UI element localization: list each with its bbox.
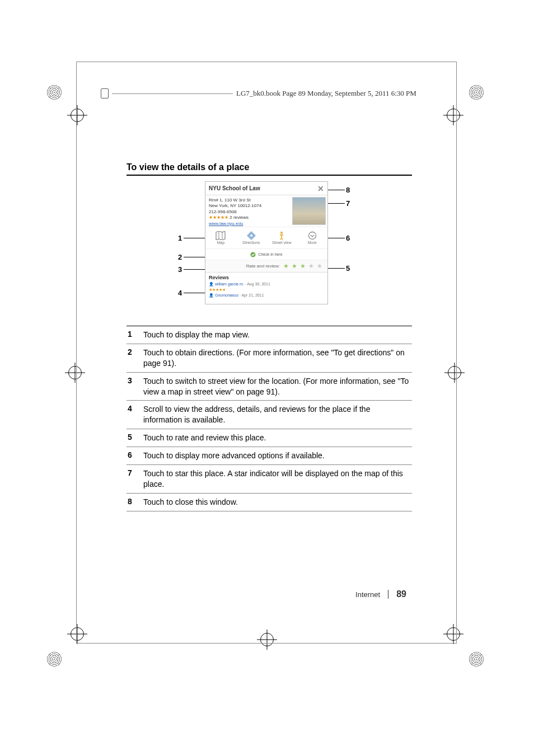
map-label: Map [217,241,224,245]
callout-4: 4 [178,289,182,297]
svg-point-2 [251,252,256,257]
section-title: To view the details of a place [127,162,412,176]
callout-1: 1 [178,234,182,242]
streetview-button[interactable]: Street view [266,227,297,248]
rate-review-row[interactable]: Rate and review: ★ ★ ★ ★ ★ [205,260,327,273]
checkin-row[interactable]: Check in here [205,249,327,260]
table-row: 1 Touch to display the map view. [127,326,412,344]
callout-7: 7 [346,199,350,208]
place-info: Rm# 1, 110 W 3rd St New York, NY 10012-1… [205,195,291,227]
address-line: Rm# 1, 110 W 3rd St [209,198,287,203]
map-button[interactable]: Map [205,227,236,248]
running-header: LG7_bk0.book Page 89 Monday, September 5… [101,88,416,98]
callout-line [184,293,206,293]
row-number: 5 [128,433,143,443]
svg-point-1 [308,232,316,240]
review-date: Aug 30, 2011 [247,282,270,286]
row-number: 4 [128,404,143,425]
page-number: 89 [396,589,406,599]
row-number: 8 [128,497,143,508]
directions-button[interactable]: Directions [236,227,267,248]
streetview-icon [278,231,285,240]
table-row: 2 Touch to obtain directions. (For more … [127,344,412,373]
page-footer: Internet 89 [355,589,406,599]
callout-6: 6 [346,234,350,242]
review-stars-icon: ★★★★★ [209,288,226,292]
row-number: 6 [128,450,143,461]
review-user: william garcia m. [215,282,244,286]
row-number: 7 [128,468,143,490]
footer-separator [388,590,388,599]
registration-mark [47,652,62,666]
table-row: 3 Touch to switch to street view for the… [127,373,412,401]
table-row: 6 Touch to display more advanced options… [127,447,412,465]
place-details-figure: 1 2 3 4 8 7 6 5 NYU School of Law ✕ Rm# … [127,181,412,310]
row-text: Touch to star this place. A star indicat… [143,468,411,490]
reviews-section: Reviews 👤 william garcia m. · Aug 30, 20… [205,273,327,300]
row-text: Touch to display more advanced options i… [143,450,411,461]
row-text: Touch to rate and review this place. [143,433,411,443]
row-text: Scroll to view the address, details, and… [143,404,411,425]
table-row: 8 Touch to close this window. [127,494,412,511]
callout-8: 8 [346,186,350,194]
review-count: 2 reviews [229,215,249,220]
callout-5: 5 [346,264,350,273]
streetview-label: Street view [272,241,292,245]
review-date: Apr 21, 2011 [241,293,264,297]
more-label: More [308,241,317,245]
checkin-icon [250,252,256,257]
callout-description-table: 1 Touch to display the map view. 2 Touch… [127,326,412,511]
row-text: Touch to close this window. [143,497,411,508]
book-icon [101,88,109,98]
rate-stars-icon[interactable]: ★ ★ ★ ★ ★ [283,262,323,270]
footer-section: Internet [355,590,380,599]
registration-mark [47,85,62,100]
row-number: 2 [128,348,143,369]
more-icon [308,231,317,240]
callout-3: 3 [178,265,182,274]
registration-mark [469,652,484,666]
svg-point-0 [280,232,283,234]
map-icon [216,231,226,240]
callout-2: 2 [178,253,182,261]
place-photo [292,197,326,225]
registration-mark [469,85,484,100]
row-text: Touch to switch to street view for the l… [143,376,411,397]
row-text: Touch to display the map view. [143,330,411,340]
table-row: 7 Touch to star this place. A star indic… [127,465,412,494]
table-row: 5 Touch to rate and review this place. [127,429,412,447]
row-number: 1 [128,330,143,340]
star-rating-icon: ★★★★★ [209,215,228,220]
more-button[interactable]: More [297,227,328,248]
row-number: 3 [128,376,143,397]
review-user: Gnomonaeus [215,293,238,297]
directions-label: Directions [242,241,260,245]
rate-label: Rate and review: [210,264,280,269]
reviews-header: Reviews [209,275,324,280]
address-line: New York, NY 10012-1074 [209,203,287,209]
directions-icon [247,231,256,240]
close-icon[interactable]: ✕ [317,184,324,193]
place-url[interactable]: www.law.nyu.edu [209,221,287,227]
row-text: Touch to obtain directions. (For more in… [143,348,411,369]
running-header-text: LG7_bk0.book Page 89 Monday, September 5… [236,89,416,98]
checkin-label: Check in here [258,252,282,256]
place-title: NYU School of Law [209,185,260,191]
place-details-screenshot: NYU School of Law ✕ Rm# 1, 110 W 3rd St … [205,181,328,304]
review-item: 👤 Gnomonaeus · Apr 21, 2011 [209,293,324,298]
phone-number: 212-998-6508 [209,209,287,215]
table-row: 4 Scroll to view the address, details, a… [127,401,412,429]
review-item: 👤 william garcia m. · Aug 30, 2011 ★★★★★ [209,281,324,293]
